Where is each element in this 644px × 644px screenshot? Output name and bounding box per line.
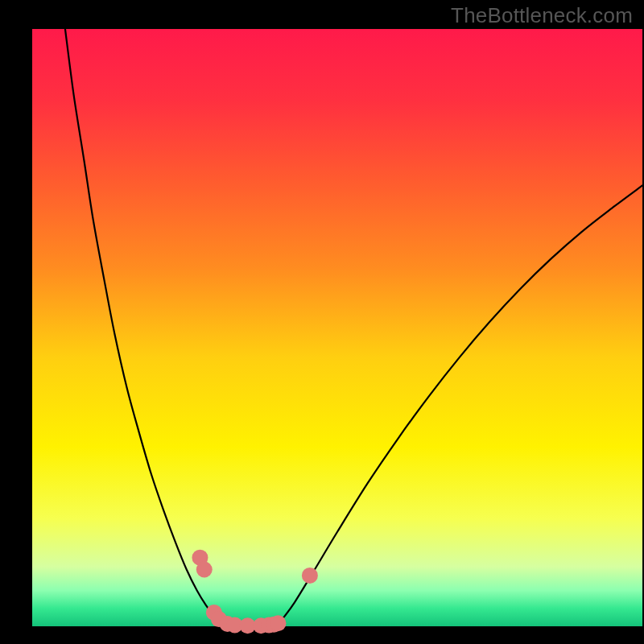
bottleneck-chart <box>0 0 644 644</box>
marker-point <box>270 615 286 631</box>
marker-point <box>196 562 213 578</box>
watermark-label: TheBottleneck.com <box>451 3 633 28</box>
marker-point <box>302 568 318 584</box>
chart-frame: TheBottleneck.com <box>0 0 644 644</box>
plot-background <box>32 29 642 626</box>
